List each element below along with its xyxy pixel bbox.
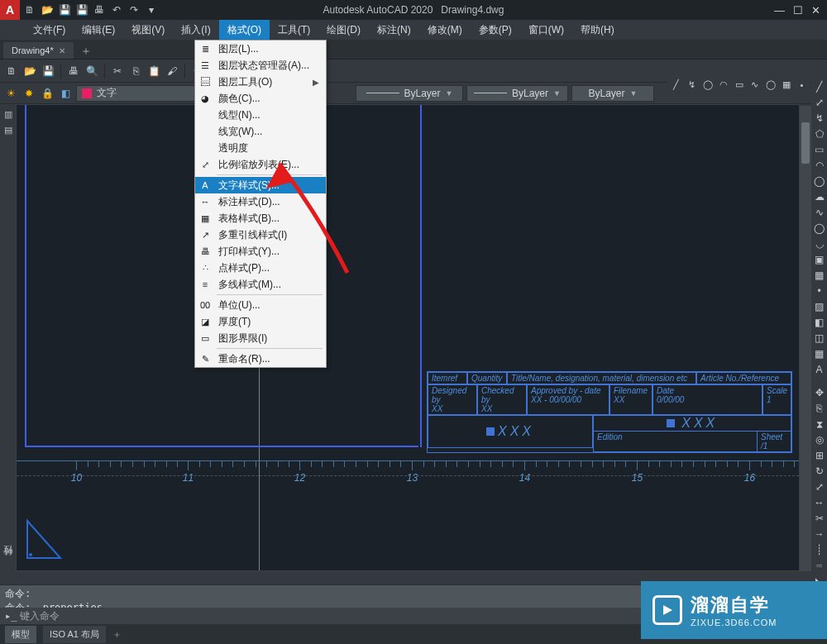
menu-item[interactable]: ▦表格样式(B)...	[195, 210, 326, 227]
save-icon[interactable]: 💾	[40, 63, 56, 79]
move-icon[interactable]: ✥	[813, 387, 826, 398]
menu-item[interactable]: ☰图层状态管理器(A)...	[195, 57, 326, 74]
linetype-dropdown[interactable]: ByLayer ▼	[356, 85, 463, 102]
model-tab[interactable]: 模型	[5, 626, 36, 643]
lineweight-dropdown[interactable]: ByLayer ▼	[466, 85, 568, 102]
new-tab-button[interactable]: ＋	[74, 44, 98, 59]
menu-item[interactable]: 参数(P)	[471, 20, 520, 41]
menu-item[interactable]: ↗多重引线样式(I)	[195, 227, 326, 243]
menu-item[interactable]: ◪厚度(T)	[195, 313, 326, 330]
maximize-button[interactable]: ☐	[793, 4, 803, 17]
qat-saveas-icon[interactable]: 💾	[75, 3, 88, 17]
menu-item[interactable]: 线型(N)...	[195, 107, 326, 123]
menu-item[interactable]: 帮助(H)	[572, 20, 623, 41]
menu-item[interactable]: 文件(F)	[25, 20, 74, 41]
menu-item[interactable]: 工具(T)	[270, 20, 318, 41]
menu-item[interactable]: ⤢比例缩放列表(E)...	[195, 156, 326, 173]
add-layout-icon[interactable]: ＋	[112, 628, 122, 641]
line-icon[interactable]: ╱	[669, 78, 683, 92]
join-icon[interactable]: ⎓	[813, 560, 826, 571]
insert-block-icon[interactable]: ▣	[813, 254, 826, 265]
mirror-icon[interactable]: ⧗	[813, 418, 826, 430]
break-icon[interactable]: ┊	[813, 544, 826, 556]
qat-more-icon[interactable]: ▾	[145, 3, 158, 17]
hatch-icon[interactable]: ▨	[813, 301, 826, 312]
menu-item[interactable]: 插入(I)	[173, 20, 218, 41]
menu-item[interactable]: 透明度	[195, 140, 326, 156]
properties-panel-tab[interactable]: 特性	[2, 560, 14, 563]
qat-open-icon[interactable]: 📂	[41, 3, 54, 17]
plot-icon[interactable]: 🖶	[65, 63, 82, 79]
menu-item[interactable]: ▭图形界限(I)	[195, 330, 326, 346]
menu-item[interactable]: 标注(N)	[369, 20, 419, 41]
table-icon[interactable]: ▦	[813, 348, 826, 360]
minimize-button[interactable]: —	[774, 4, 785, 17]
close-button[interactable]: ✕	[811, 4, 820, 17]
menu-item[interactable]: ∴点样式(P)...	[195, 260, 326, 276]
close-tab-icon[interactable]: ✕	[59, 46, 65, 55]
menu-item[interactable]: ◕颜色(C)...	[195, 90, 326, 107]
menu-item[interactable]: ↔标注样式(D)...	[195, 193, 326, 210]
rect-icon[interactable]: ▭	[732, 78, 746, 92]
app-logo[interactable]: A	[0, 0, 20, 20]
vertical-scrollbar[interactable]	[800, 106, 811, 571]
extend-icon[interactable]: →	[813, 528, 826, 540]
rotate-icon[interactable]: ↻	[813, 465, 826, 477]
scale-icon[interactable]: ⤢	[813, 481, 826, 493]
menu-item[interactable]: 🖶打印样式(Y)...	[195, 243, 326, 260]
copy-icon[interactable]: ⎘	[813, 403, 826, 414]
menu-item[interactable]: 00单位(U)...	[195, 297, 326, 313]
array-icon[interactable]: ⊞	[813, 450, 826, 461]
hatch-icon[interactable]: ▦	[779, 78, 793, 92]
plotstyle-dropdown[interactable]: ByLayer ▼	[571, 85, 654, 102]
spline-icon[interactable]: ∿	[748, 78, 762, 92]
layer-lock-icon[interactable]: 🔒	[40, 86, 55, 101]
qat-print-icon[interactable]: 🖶	[93, 3, 106, 17]
circle-icon[interactable]: ◯	[813, 175, 826, 187]
match-icon[interactable]: 🖌	[164, 63, 180, 79]
menu-item[interactable]: 视图(V)	[123, 20, 173, 41]
menu-item[interactable]: ⿳图层工具(O)▶	[195, 74, 326, 90]
gradient-icon[interactable]: ◧	[813, 317, 826, 328]
menu-item[interactable]: 线宽(W)...	[195, 123, 326, 140]
paste-icon[interactable]: 📋	[146, 63, 162, 79]
menu-item[interactable]: 绘图(D)	[318, 20, 369, 41]
layer-properties-icon[interactable]: ☀	[3, 86, 18, 101]
ellipse-icon[interactable]: ◯	[813, 222, 826, 234]
revcloud-icon[interactable]: ☁	[813, 191, 826, 203]
menu-item[interactable]: 编辑(E)	[74, 20, 123, 41]
point-icon[interactable]: •	[813, 285, 826, 297]
construction-line-icon[interactable]: ⤢	[813, 97, 826, 108]
menu-item[interactable]: A文字样式(S)...	[195, 177, 326, 193]
drawing-canvas[interactable]: 10111213141516 Itemref Quantity Title/Na…	[16, 104, 800, 571]
make-block-icon[interactable]: ▦	[813, 270, 826, 281]
ellipse-arc-icon[interactable]: ◡	[813, 238, 826, 250]
copy-icon[interactable]: ⎘	[127, 63, 144, 79]
qat-new-icon[interactable]: 🗎	[23, 3, 36, 17]
document-tab[interactable]: Drawing4* ✕	[3, 42, 74, 59]
menu-item[interactable]: 窗口(W)	[520, 20, 572, 41]
pline-icon[interactable]: ↯	[685, 78, 699, 92]
line-icon[interactable]: ╱	[813, 81, 826, 93]
new-icon[interactable]: 🗎	[3, 63, 20, 79]
menu-item[interactable]: ✎重命名(R)...	[195, 351, 326, 367]
point-icon[interactable]: •	[795, 78, 809, 92]
qat-undo-icon[interactable]: ↶	[110, 3, 123, 17]
menu-item[interactable]: 修改(M)	[419, 20, 471, 41]
polyline-icon[interactable]: ↯	[813, 112, 826, 124]
qat-redo-icon[interactable]: ↷	[127, 3, 141, 17]
arc-icon[interactable]: ◠	[716, 78, 730, 92]
scrollbar-thumb[interactable]	[801, 122, 810, 164]
panel-icon[interactable]: ▥	[4, 109, 12, 120]
region-icon[interactable]: ◫	[813, 332, 826, 344]
trim-icon[interactable]: ✂	[813, 513, 826, 524]
mtext-icon[interactable]: A	[813, 364, 826, 375]
menu-item[interactable]: ≣图层(L)...	[195, 41, 326, 57]
layer-color-icon[interactable]: ◧	[58, 86, 73, 101]
circle-icon[interactable]: ◯	[700, 78, 715, 92]
spline-icon[interactable]: ∿	[813, 207, 826, 218]
command-prompt[interactable]: 键入命令	[20, 609, 60, 623]
qat-save-icon[interactable]: 💾	[58, 3, 71, 17]
layout-tab[interactable]: ISO A1 布局	[43, 626, 106, 643]
arc-icon[interactable]: ◠	[813, 160, 826, 171]
